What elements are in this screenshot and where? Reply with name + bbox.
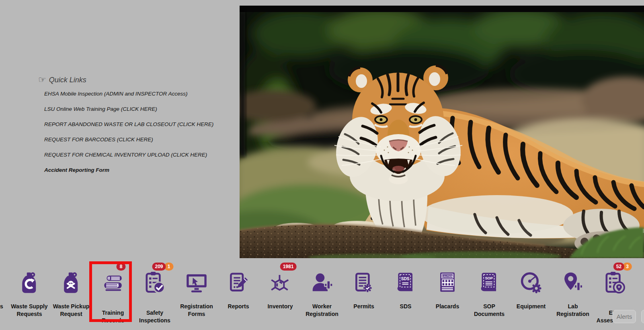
badge-row: 2091 bbox=[152, 263, 173, 271]
document-pencil-icon bbox=[226, 271, 251, 295]
toolbar-item-waste-supply-requests[interactable]: Waste Supply Requests bbox=[8, 261, 50, 324]
badge-row: 523 bbox=[613, 263, 632, 271]
badge-count: 1981 bbox=[280, 263, 297, 271]
document-seal-icon bbox=[351, 271, 376, 295]
alerts-button-label: Alerts bbox=[617, 313, 632, 320]
toolbar-item-label: Lab Registration bbox=[552, 303, 594, 318]
toolbar-iconwrap bbox=[8, 261, 50, 295]
toolbar-iconwrap: 1981 bbox=[259, 261, 301, 295]
quick-link[interactable]: REPORT ABANDONED WASTE OR LAB CLOSEOUT (… bbox=[44, 122, 255, 127]
toolbar-item-label: Inventory bbox=[267, 303, 293, 310]
toolbar-iconwrap bbox=[343, 261, 385, 295]
monitor-cursor-icon bbox=[184, 271, 209, 295]
module-toolbar: Waste Supply RequestsWaste Pickup Reques… bbox=[8, 261, 636, 324]
quick-links-list: EHSA Mobile Inspection (ADMIN and INSPEC… bbox=[44, 91, 255, 173]
badge-count: 209 bbox=[152, 263, 166, 271]
toolbar-item-label: Registration Forms bbox=[176, 303, 217, 318]
toolbar-item-label: Safety Inspections bbox=[134, 309, 176, 324]
toolbar-iconwrap bbox=[176, 261, 217, 295]
map-pin-plus-icon bbox=[560, 271, 585, 295]
toolbar-item-label: Waste Pickup Request bbox=[50, 303, 92, 318]
toolbar-iconwrap: SOP bbox=[468, 261, 510, 295]
svg-text:CAUTION: CAUTION bbox=[442, 275, 453, 277]
sds-book-icon: SDS bbox=[393, 271, 418, 295]
toolbar-item-label: SOP Documents bbox=[468, 303, 510, 318]
hand-pointing-right-icon: ☞ bbox=[38, 75, 46, 84]
alerts-button[interactable]: Alerts bbox=[613, 310, 636, 323]
toolbar-item-waste-pickup-request[interactable]: Waste Pickup Request bbox=[50, 261, 92, 324]
person-plus-icon bbox=[310, 271, 334, 295]
toolbar-item-label: Placards bbox=[436, 303, 459, 310]
toolbar-item-label: Reports bbox=[228, 303, 249, 310]
clipboard-check-icon bbox=[142, 271, 167, 295]
toolbar-item-equipment[interactable]: Equipment bbox=[510, 261, 552, 324]
waste-jug-recycle-icon bbox=[17, 271, 42, 295]
quick-link[interactable]: Accident Reporting Form bbox=[44, 167, 255, 173]
toolbar-item-permits[interactable]: Permits bbox=[343, 261, 385, 324]
molecule-icon bbox=[268, 271, 293, 295]
toolbar-item-label: Permits bbox=[353, 303, 374, 310]
toolbar-item-inventory[interactable]: 1981Inventory bbox=[259, 261, 301, 324]
toolbar-iconwrap bbox=[301, 261, 343, 295]
waste-jug-skull-icon bbox=[59, 271, 84, 295]
partial-corner-button[interactable] bbox=[641, 310, 644, 323]
toolbar-iconwrap: 8 bbox=[92, 261, 134, 295]
quick-link[interactable]: EHSA Mobile Inspection (ADMIN and INSPEC… bbox=[44, 91, 255, 97]
toolbar-item-label: Worker Registration bbox=[301, 303, 343, 318]
toolbar-item-placards[interactable]: CAUTIONPlacards bbox=[427, 261, 468, 324]
quick-links-title: Quick Links bbox=[49, 76, 86, 84]
toolbar-item-label: Equipment bbox=[517, 303, 546, 310]
toolbar-item-training-records[interactable]: 8Training Records bbox=[92, 261, 134, 324]
toolbar-item-label: SDS bbox=[400, 303, 412, 310]
clipboard-pin-icon bbox=[602, 271, 627, 295]
toolbar-item-lab-registration[interactable]: Lab Registration bbox=[552, 261, 594, 324]
toolbar-iconwrap bbox=[50, 261, 92, 295]
badge-row: 8 bbox=[117, 263, 126, 271]
tiger-photo bbox=[240, 6, 644, 258]
toolbar-item-label: Training Records bbox=[92, 309, 134, 324]
badge-row: 1981 bbox=[280, 263, 297, 271]
sop-book-icon: SOP bbox=[477, 271, 502, 295]
toolbar-iconwrap bbox=[510, 261, 552, 295]
tiger-illustration bbox=[240, 6, 644, 258]
badge-count: 8 bbox=[117, 263, 126, 271]
toolbar-iconwrap: 2091 bbox=[134, 261, 176, 295]
books-icon bbox=[100, 271, 125, 295]
toolbar-item-sds[interactable]: SDSSDS bbox=[385, 261, 427, 324]
toolbar-item-label: Waste Supply Requests bbox=[8, 303, 50, 318]
toolbar-item-safety-inspections[interactable]: 2091Safety Inspections bbox=[134, 261, 176, 324]
svg-text:SOP: SOP bbox=[485, 276, 493, 280]
badge-count: 52 bbox=[613, 263, 624, 271]
toolbar-iconwrap: CAUTION bbox=[427, 261, 468, 295]
toolbar-iconwrap: 523 bbox=[594, 261, 636, 295]
caution-placard-icon: CAUTION bbox=[435, 271, 460, 295]
toolbar-item-registration-forms[interactable]: Registration Forms bbox=[176, 261, 217, 324]
svg-text:SDS: SDS bbox=[401, 277, 410, 281]
toolbar-iconwrap: SDS bbox=[385, 261, 427, 295]
quick-link[interactable]: REQUEST FOR CHEMICAL INVENTORY UPLOAD (C… bbox=[44, 152, 255, 158]
toolbar-item-reports[interactable]: Reports bbox=[217, 261, 259, 324]
toolbar-iconwrap bbox=[217, 261, 259, 295]
quick-link[interactable]: REQUEST FOR BARCODES (CLICK HERE) bbox=[44, 137, 255, 143]
quick-link[interactable]: LSU Online Web Training Page (CLICK HERE… bbox=[44, 106, 255, 112]
toolbar-iconwrap bbox=[552, 261, 594, 295]
toolbar-item-worker-registration[interactable]: Worker Registration bbox=[301, 261, 343, 324]
quick-links-panel: ☞ Quick Links EHSA Mobile Inspection (AD… bbox=[38, 75, 255, 183]
quick-links-header: ☞ Quick Links bbox=[38, 75, 255, 84]
cutoff-item-label-fragment: s bbox=[0, 303, 3, 310]
toolbar-item-sop-documents[interactable]: SOPSOP Documents bbox=[468, 261, 510, 324]
gauge-gear-icon bbox=[519, 271, 544, 295]
